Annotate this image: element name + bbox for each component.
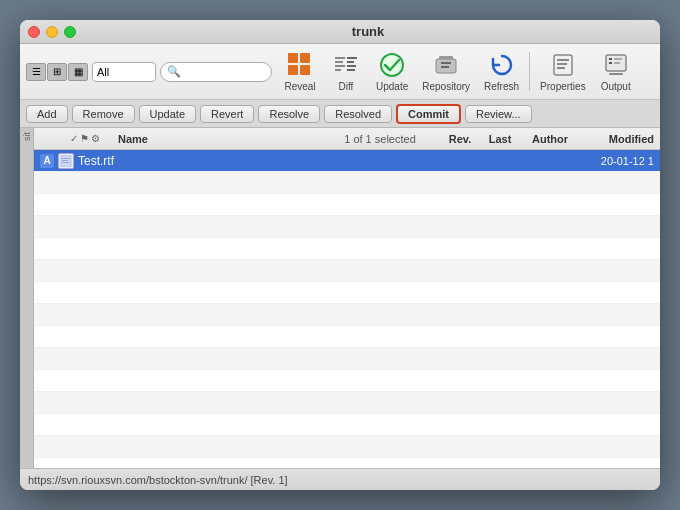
svg-rect-8 (347, 57, 357, 59)
svg-rect-24 (609, 62, 612, 64)
filter-select[interactable]: All Modified Added Deleted (92, 62, 156, 82)
update-button[interactable]: Update (370, 49, 414, 94)
output-button[interactable]: Output (594, 49, 638, 94)
empty-row (34, 348, 660, 370)
commit-button[interactable]: Commit (396, 104, 461, 124)
empty-row (34, 458, 660, 468)
col-header-rev[interactable]: Rev. (440, 133, 480, 145)
statusbar: https://svn.riouxsvn.com/bstockton-svn/t… (20, 468, 660, 490)
output-label: Output (601, 81, 631, 92)
svg-rect-20 (557, 67, 565, 69)
search-icon: 🔍 (167, 65, 181, 78)
add-button[interactable]: Add (26, 105, 68, 123)
sidebar-text: sit (22, 128, 32, 145)
svg-rect-18 (557, 59, 569, 61)
svg-rect-0 (288, 53, 298, 63)
titlebar: trunk (20, 20, 660, 44)
refresh-button[interactable]: Refresh (478, 49, 525, 94)
svg-rect-10 (347, 65, 356, 67)
review-button[interactable]: Review... (465, 105, 532, 123)
status-url: https://svn.riouxsvn.com/bstockton-svn/t… (28, 474, 288, 486)
repository-label: Repository (422, 81, 470, 92)
col-header-name[interactable]: Name (114, 133, 320, 145)
properties-icon (549, 51, 577, 79)
toolbar: ☰ ⊞ ▦ All Modified Added Deleted 🔍 (20, 44, 660, 100)
repository-button[interactable]: Repository (416, 49, 476, 94)
svg-rect-28 (62, 158, 70, 159)
output-icon (602, 51, 630, 79)
minimize-button[interactable] (46, 26, 58, 38)
properties-button[interactable]: Properties (534, 49, 592, 94)
resolve-button[interactable]: Resolve (258, 105, 320, 123)
update-icon (378, 51, 406, 79)
icon-placeholder2: ⚙ (91, 133, 100, 144)
refresh-label: Refresh (484, 81, 519, 92)
view-column-icon[interactable]: ⊞ (47, 63, 67, 81)
content-area: sit ✓ ⚑ ⚙ Name 1 of 1 selected Rev. Last… (20, 128, 660, 468)
file-type-icon (58, 153, 74, 169)
diff-button[interactable]: Diff (324, 49, 368, 94)
window-title: trunk (84, 24, 652, 39)
svg-rect-15 (441, 62, 451, 64)
col-header-modified[interactable]: Modified (580, 133, 660, 145)
svg-rect-9 (347, 61, 354, 63)
checkmark-icon: ✓ (70, 133, 78, 144)
update-label: Update (376, 81, 408, 92)
empty-row (34, 370, 660, 392)
repository-icon (432, 51, 460, 79)
svg-rect-7 (335, 69, 341, 71)
maximize-button[interactable] (64, 26, 76, 38)
col-header-author[interactable]: Author (520, 133, 580, 145)
empty-row (34, 392, 660, 414)
svg-rect-30 (62, 162, 69, 163)
empty-row (34, 326, 660, 348)
empty-row (34, 194, 660, 216)
file-modified-date: 20-01-12 1 (580, 155, 660, 167)
svg-rect-11 (347, 69, 355, 71)
svg-rect-26 (609, 73, 623, 75)
remove-button[interactable]: Remove (72, 105, 135, 123)
reveal-icon (286, 51, 314, 79)
file-status-indicator: A (40, 154, 54, 168)
close-button[interactable] (28, 26, 40, 38)
svg-rect-22 (609, 58, 612, 60)
diff-label: Diff (339, 81, 354, 92)
search-box: 🔍 (160, 62, 272, 82)
svg-rect-19 (557, 63, 567, 65)
file-name: Test.rtf (78, 154, 440, 168)
table-row[interactable]: A Test.rtf 20-01-12 1 (34, 150, 660, 172)
svg-rect-23 (614, 58, 622, 60)
check-area: ✓ ⚑ ⚙ (64, 133, 114, 144)
empty-row (34, 238, 660, 260)
main-content: ✓ ⚑ ⚙ Name 1 of 1 selected Rev. Last Aut… (34, 128, 660, 468)
revert-button[interactable]: Revert (200, 105, 254, 123)
view-list-icon[interactable]: ☰ (26, 63, 46, 81)
svg-rect-2 (288, 65, 298, 75)
resolved-button[interactable]: Resolved (324, 105, 392, 123)
svg-rect-25 (614, 62, 620, 64)
col-header-selected: 1 of 1 selected (320, 133, 440, 145)
sidebar-strip: sit (20, 128, 34, 468)
empty-row (34, 436, 660, 458)
diff-icon (332, 51, 360, 79)
svg-rect-6 (335, 65, 345, 67)
update-action-button[interactable]: Update (139, 105, 196, 123)
search-input[interactable] (185, 66, 265, 78)
col-header-last[interactable]: Last (480, 133, 520, 145)
properties-label: Properties (540, 81, 586, 92)
action-bar: Add Remove Update Revert Resolve Resolve… (20, 100, 660, 128)
empty-row (34, 172, 660, 194)
svg-rect-1 (300, 53, 310, 63)
empty-row (34, 216, 660, 238)
empty-row (34, 414, 660, 436)
view-icon-icon[interactable]: ▦ (68, 63, 88, 81)
empty-row (34, 304, 660, 326)
svg-rect-4 (335, 57, 345, 59)
svg-rect-3 (300, 65, 310, 75)
reveal-button[interactable]: Reveal (278, 49, 322, 94)
svg-rect-29 (62, 160, 68, 161)
svg-rect-5 (335, 61, 343, 63)
reveal-label: Reveal (284, 81, 315, 92)
svg-rect-14 (439, 56, 453, 59)
icon-placeholder: ⚑ (80, 133, 89, 144)
